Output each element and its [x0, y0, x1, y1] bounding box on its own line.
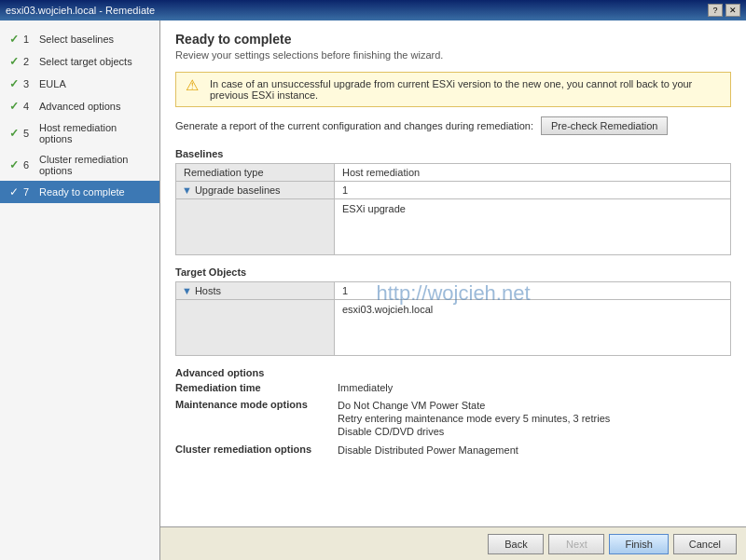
sidebar-label-7: Ready to complete: [39, 186, 125, 198]
remediation-time-row: Remediation time Immediately: [175, 382, 731, 393]
table-row: ESXi upgrade: [176, 199, 731, 255]
pre-check-row: Generate a report of the current configu…: [175, 116, 731, 135]
maintenance-label: Maintenance mode options: [175, 399, 334, 438]
cluster-label: Cluster remediation options: [175, 444, 334, 457]
baseline-name-value: ESXi upgrade: [335, 199, 731, 255]
table-row: esxi03.wojcieh.local: [176, 300, 731, 356]
sidebar-item-3[interactable]: ✓ 3 EULA: [0, 73, 159, 95]
advanced-options-header: Advanced options: [175, 367, 731, 378]
content-inner: Ready to complete Review your settings s…: [160, 20, 746, 511]
maintenance-options-list: Do Not Change VM Power State Retry enter…: [338, 399, 610, 438]
page-subtitle: Review your settings selections before f…: [175, 49, 731, 61]
title-bar: esxi03.wojcieh.local - Remediate ? ✕: [0, 0, 746, 20]
warning-icon: ⚠: [186, 78, 202, 93]
pre-check-button[interactable]: Pre-check Remediation: [541, 116, 668, 135]
expand-arrow-icon: ▼: [182, 184, 192, 196]
remediation-time-value: Immediately: [338, 382, 393, 393]
pre-check-label: Generate a report of the current configu…: [175, 120, 533, 131]
target-objects-header: Target Objects: [175, 266, 731, 278]
table-row: ▼Upgrade baselines 1: [176, 182, 731, 199]
sidebar-item-2[interactable]: ✓ 2 Select target objects: [0, 50, 159, 73]
window-title: esxi03.wojcieh.local - Remediate: [6, 5, 155, 16]
sidebar-item-7[interactable]: ✓ 7 Ready to complete: [0, 181, 159, 203]
check-icon-3: ✓: [9, 77, 19, 90]
check-icon-2: ✓: [9, 55, 19, 68]
cluster-section: Cluster remediation options Disable Dist…: [175, 444, 731, 457]
cluster-options-list: Disable Distributed Power Management: [338, 444, 518, 457]
sidebar-label-4: Advanced options: [39, 101, 120, 112]
back-button[interactable]: Back: [488, 534, 544, 554]
wizard-sidebar: ✓ 1 Select baselines ✓ 2 Select target o…: [0, 20, 160, 560]
table-row: Remediation type Host remediation: [176, 164, 731, 182]
finish-button[interactable]: Finish: [609, 534, 668, 554]
sidebar-item-5[interactable]: ✓ 5 Host remediation options: [0, 117, 159, 149]
check-icon-6: ✓: [9, 158, 19, 171]
content-area: Ready to complete Review your settings s…: [160, 20, 746, 560]
window-controls: ? ✕: [708, 4, 740, 17]
sidebar-label-5: Host remediation options: [39, 122, 152, 144]
advanced-options-section: Remediation time Immediately: [175, 382, 731, 393]
hosts-count: 1: [335, 282, 731, 300]
upgrade-baselines-count: 1: [335, 182, 731, 199]
sidebar-item-1[interactable]: ✓ 1 Select baselines: [0, 28, 159, 50]
check-icon-7: ✓: [9, 185, 19, 198]
check-icon-4: ✓: [9, 100, 19, 113]
list-item: Retry entering maintenance mode every 5 …: [338, 412, 610, 425]
maintenance-section: Maintenance mode options Do Not Change V…: [175, 399, 731, 438]
warning-box: ⚠ In case of an unsuccessful upgrade fro…: [175, 72, 731, 107]
remediation-type-label: Remediation type: [176, 164, 335, 182]
page-title: Ready to complete: [175, 32, 731, 47]
check-icon-1: ✓: [9, 33, 19, 46]
sidebar-item-6[interactable]: ✓ 6 Cluster remediation options: [0, 149, 159, 181]
remediation-time-label: Remediation time: [175, 382, 334, 393]
warning-text: In case of an unsuccessful upgrade from …: [210, 78, 721, 101]
sidebar-label-1: Select baselines: [39, 34, 114, 45]
baselines-header: Baselines: [175, 148, 731, 159]
cluster-header-row: Cluster remediation options Disable Dist…: [175, 444, 731, 457]
remediation-type-value: Host remediation: [335, 164, 731, 182]
list-item: Disable CD/DVD drives: [338, 425, 610, 438]
sidebar-label-2: Select target objects: [39, 56, 132, 67]
maintenance-header-row: Maintenance mode options Do Not Change V…: [175, 399, 731, 438]
sidebar-label-6: Cluster remediation options: [39, 154, 152, 176]
next-button[interactable]: Next: [548, 534, 604, 554]
host-name-value: esxi03.wojcieh.local: [335, 300, 731, 356]
host-name-label: [176, 300, 335, 356]
check-icon-5: ✓: [9, 127, 19, 140]
help-button[interactable]: ?: [708, 4, 723, 17]
expand-arrow-hosts-icon: ▼: [182, 285, 192, 296]
cancel-button[interactable]: Cancel: [673, 534, 737, 554]
sidebar-label-3: EULA: [39, 78, 66, 89]
close-button[interactable]: ✕: [725, 4, 740, 17]
target-objects-table: ▼Hosts 1 esxi03.wojcieh.local: [175, 281, 731, 356]
main-container: ✓ 1 Select baselines ✓ 2 Select target o…: [0, 20, 746, 560]
list-item: Do Not Change VM Power State: [338, 399, 610, 412]
list-item: Disable Distributed Power Management: [338, 444, 518, 457]
sidebar-item-4[interactable]: ✓ 4 Advanced options: [0, 95, 159, 117]
hosts-label[interactable]: ▼Hosts: [176, 282, 335, 300]
bottom-bar: Back Next Finish Cancel: [160, 526, 746, 560]
baselines-table: Remediation type Host remediation ▼Upgra…: [175, 163, 731, 255]
baseline-name-label: [176, 199, 335, 255]
table-row: ▼Hosts 1: [176, 282, 731, 300]
upgrade-baselines-label[interactable]: ▼Upgrade baselines: [176, 182, 335, 199]
